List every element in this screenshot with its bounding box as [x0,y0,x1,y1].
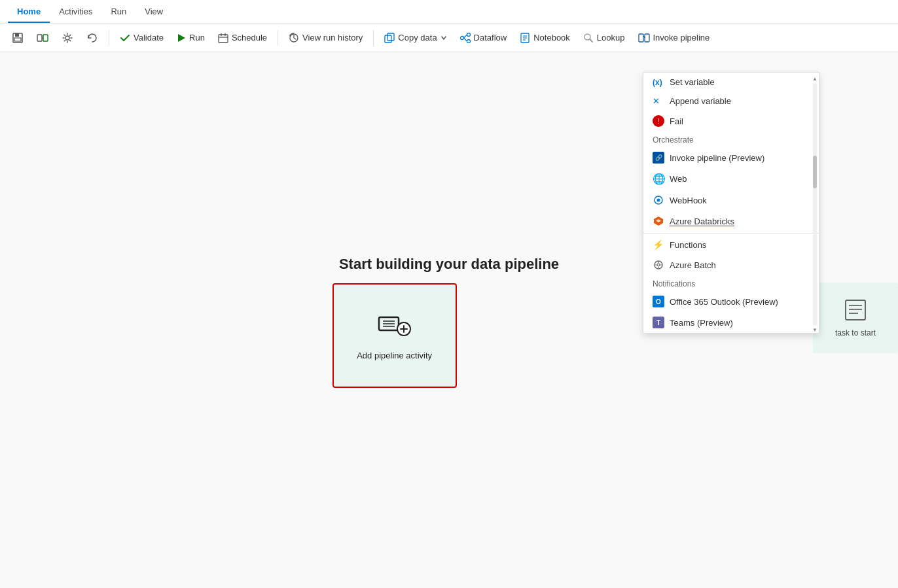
svg-rect-26 [639,34,643,42]
run-icon [177,33,186,43]
tab-view[interactable]: View [135,1,172,23]
notebook-label: Notebook [533,33,570,43]
svg-point-15 [460,36,463,39]
invoke-pipeline-label: Invoke pipeline [653,33,710,43]
tab-bar: Home Activities Run View [0,0,898,24]
svg-marker-7 [178,34,185,42]
notifications-section-label: Notifications [643,275,819,291]
tab-run[interactable]: Run [101,1,135,23]
functions-icon: ⚡ [653,239,664,250]
lookup-button[interactable]: Lookup [578,30,630,46]
orchestrate-section-label: Orchestrate [643,131,819,147]
undo-button[interactable] [81,29,103,46]
dropdown-scroll-area[interactable]: (x) Set variable ✕ Append variable ! Fai… [643,73,819,333]
svg-line-18 [463,35,467,38]
dropdown-item-fail[interactable]: ! Fail [643,111,819,131]
copy-data-button[interactable]: Copy data [379,30,452,46]
lookup-label: Lookup [597,33,625,43]
notebook-button[interactable]: Notebook [514,30,575,46]
copy-data-label: Copy data [398,33,437,43]
pipeline-icon [37,32,48,44]
pipeline-button[interactable] [31,29,54,46]
dropdown-scrollbar[interactable]: ▲ ▼ [812,73,817,333]
azure-batch-icon [653,259,664,271]
invoke-pipeline-icon [638,32,650,44]
scrollbar-up-arrow[interactable]: ▲ [812,76,817,82]
dropdown-item-append-variable[interactable]: ✕ Append variable [643,92,819,111]
svg-point-16 [467,33,470,36]
invoke-pipeline-button[interactable]: Invoke pipeline [633,29,715,46]
view-run-history-label: View run history [302,33,363,43]
dropdown-item-web[interactable]: 🌐 Web [643,168,819,190]
dropdown-item-invoke-pipeline[interactable]: 🔗 Invoke pipeline (Preview) [643,147,819,168]
scrollbar-down-arrow[interactable]: ▼ [812,327,817,333]
append-variable-icon: ✕ [653,96,664,106]
web-icon: 🌐 [653,173,664,185]
separator-2 [278,30,278,46]
append-variable-label: Append variable [670,96,731,106]
separator-1 [109,30,109,46]
save-button[interactable] [7,29,29,46]
svg-rect-14 [387,33,394,41]
add-activity-label: Add pipeline activity [357,351,432,360]
set-variable-icon: (x) [653,78,664,87]
dropdown-item-functions[interactable]: ⚡ Functions [643,235,819,254]
dropdown-item-teams[interactable]: T Teams (Preview) [643,312,819,333]
dropdown-item-set-variable[interactable]: (x) Set variable [643,73,819,92]
add-activity-container: Add pipeline activity [332,283,457,388]
svg-rect-13 [385,35,391,43]
add-pipeline-activity-card[interactable]: Add pipeline activity [332,283,457,388]
svg-rect-8 [219,35,228,43]
svg-point-17 [467,39,470,43]
notebook-icon [520,33,530,43]
svg-point-44 [657,264,660,266]
svg-line-25 [590,39,592,42]
right-side-card: task to start [813,283,898,353]
teams-icon: T [653,317,664,328]
fail-icon: ! [653,115,664,127]
pipeline-plus-icon [378,311,412,337]
office365-label: Office 365 Outlook (Preview) [670,297,778,307]
settings-button[interactable] [56,29,79,46]
svg-point-6 [65,36,69,40]
copy-data-chevron-icon [440,35,447,41]
dataflow-button[interactable]: Dataflow [455,30,512,46]
view-run-history-button[interactable]: View run history [283,30,368,46]
svg-rect-2 [14,38,21,41]
undo-icon [86,32,98,44]
validate-label: Validate [134,33,164,43]
dropdown-item-webhook[interactable]: WebHook [643,190,819,211]
azure-databricks-icon [653,215,664,227]
main-canvas: Start building your data pipeline [0,52,898,588]
svg-rect-1 [15,33,19,37]
dropdown-item-azure-databricks[interactable]: Azure Databricks [643,211,819,232]
tab-home[interactable]: Home [8,1,50,23]
azure-batch-label: Azure Batch [670,260,716,270]
scrollbar-thumb[interactable] [813,156,817,188]
dropdown-item-azure-batch[interactable]: Azure Batch [643,254,819,275]
schedule-button[interactable]: Schedule [213,30,272,46]
pipeline-add-icon [378,311,412,343]
toolbar: Validate Run Schedule View run history [0,24,898,52]
scrollbar-track[interactable] [813,83,817,326]
separator-3 [373,30,374,46]
webhook-label: WebHook [670,196,707,205]
history-icon [289,33,299,43]
invoke-pipeline-dropdown-icon: 🔗 [653,152,664,164]
tab-activities[interactable]: Activities [50,1,101,23]
validate-button[interactable]: Validate [115,30,169,46]
dropdown-panel: (x) Set variable ✕ Append variable ! Fai… [643,72,819,334]
validate-icon [120,33,130,43]
dataflow-label: Dataflow [474,33,507,43]
svg-rect-4 [43,35,48,41]
schedule-icon [218,33,228,43]
webhook-icon [653,194,664,206]
fail-label: Fail [670,116,683,126]
set-variable-label: Set variable [670,77,715,87]
save-icon [12,32,24,44]
run-button[interactable]: Run [171,30,210,45]
dropdown-item-office365[interactable]: O Office 365 Outlook (Preview) [643,291,819,312]
azure-databricks-label: Azure Databricks [670,216,734,226]
office365-icon: O [653,296,664,307]
dataflow-icon [460,33,471,43]
